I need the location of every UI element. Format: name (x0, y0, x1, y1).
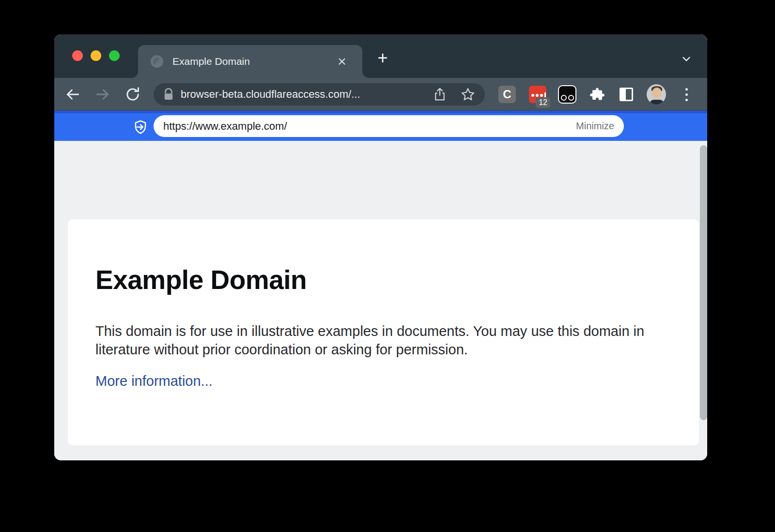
tab-search-chevron-icon[interactable] (677, 49, 696, 69)
extension-badge: 12 (536, 97, 550, 108)
back-icon[interactable] (63, 85, 82, 104)
zoom-window-button[interactable] (109, 50, 120, 61)
forward-icon[interactable] (93, 85, 112, 104)
tab-close-icon[interactable] (334, 54, 350, 69)
lock-icon[interactable] (163, 88, 174, 101)
tab-title: Example Domain (172, 56, 334, 67)
example-domain-card: Example Domain This domain is for use in… (68, 219, 699, 445)
close-window-button[interactable] (72, 50, 83, 61)
extensions-puzzle-icon[interactable] (588, 85, 607, 104)
isolation-url-pill: Minimize (154, 115, 624, 137)
globe-favicon-icon (151, 55, 163, 68)
address-url-text[interactable]: browser-beta.cloudflareaccess.com/... (181, 88, 433, 101)
page-paragraph: This domain is for use in illustrative e… (95, 322, 652, 359)
tab-example-domain[interactable]: Example Domain (138, 45, 362, 78)
extension-password-icon[interactable]: 12 (528, 85, 547, 104)
new-tab-button[interactable]: + (372, 48, 393, 70)
minimize-bar-button[interactable]: Minimize (576, 121, 614, 132)
share-icon[interactable] (433, 87, 447, 102)
extension-goggles-icon[interactable] (558, 85, 577, 104)
minimize-window-button[interactable] (91, 50, 101, 61)
scrollbar-thumb[interactable] (700, 145, 707, 420)
bookmark-star-icon[interactable] (461, 87, 475, 102)
more-information-link[interactable]: More information... (95, 373, 213, 389)
isolation-bar: Minimize (54, 111, 707, 141)
shield-arrow-icon (131, 118, 150, 137)
page-viewport: Example Domain This domain is for use in… (54, 141, 707, 460)
address-bar[interactable]: browser-beta.cloudflareaccess.com/... (154, 83, 485, 106)
tab-strip: Example Domain + (54, 34, 707, 78)
profile-avatar[interactable] (647, 85, 666, 104)
more-menu-icon[interactable] (677, 85, 696, 104)
isolation-url-input[interactable] (163, 120, 576, 133)
window-controls (72, 50, 120, 61)
browser-window: Example Domain + (54, 34, 707, 460)
side-panel-icon[interactable] (617, 85, 636, 104)
page-title: Example Domain (95, 264, 307, 295)
reload-icon[interactable] (123, 85, 142, 104)
extension-c-icon[interactable]: C (497, 85, 517, 104)
browser-toolbar: browser-beta.cloudflareaccess.com/... C (54, 78, 707, 111)
